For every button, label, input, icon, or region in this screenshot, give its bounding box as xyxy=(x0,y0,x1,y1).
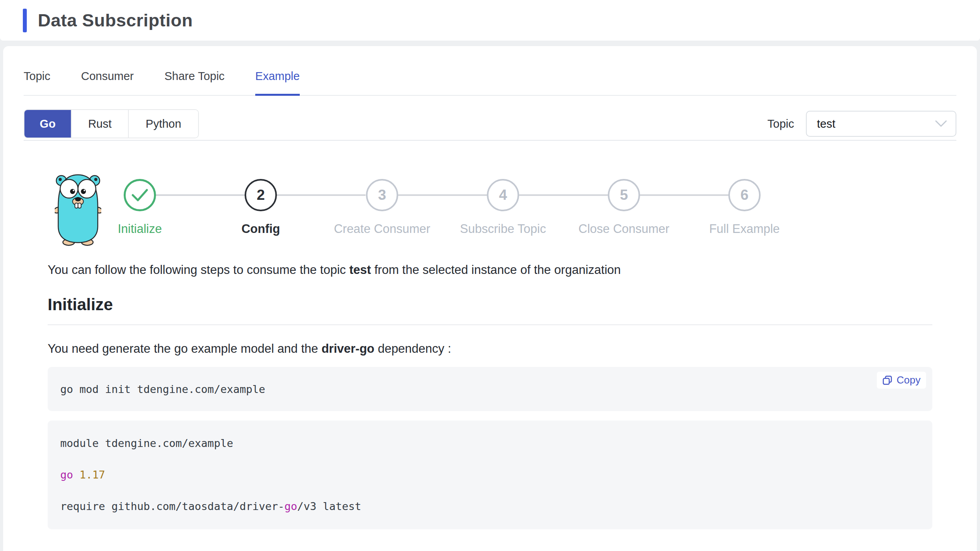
step-connector xyxy=(640,194,729,196)
step-connector xyxy=(156,194,245,196)
step-circle-create-consumer: 3 xyxy=(366,179,398,211)
step-circle-subscribe-topic: 4 xyxy=(487,179,519,211)
step-label-create-consumer: Create Consumer xyxy=(319,222,445,236)
step-connector xyxy=(398,194,487,196)
code-line: go mod init tdengine.com/example xyxy=(60,383,265,395)
chevron-down-icon xyxy=(935,120,947,127)
step-label-initialize: Initialize xyxy=(77,222,203,236)
language-switcher: Go Rust Python xyxy=(24,109,199,138)
check-icon xyxy=(131,188,148,202)
step-label-close-consumer: Close Consumer xyxy=(561,222,687,236)
topic-select[interactable]: test xyxy=(806,111,956,137)
intro-topic-name: test xyxy=(349,263,371,277)
code-keyword: go xyxy=(284,500,297,512)
step-circle-close-consumer: 5 xyxy=(608,179,640,211)
initialize-section-heading: Initialize xyxy=(48,295,932,314)
copy-icon xyxy=(882,375,893,385)
page-header: Data Subscription xyxy=(0,0,980,41)
topic-picker: Topic test xyxy=(767,111,956,137)
example-content: 2 3 4 5 6 Initialize Config Create Consu… xyxy=(24,173,956,551)
language-button-rust[interactable]: Rust xyxy=(72,110,129,138)
tab-consumer[interactable]: Consumer xyxy=(81,70,134,95)
step-label-config: Config xyxy=(198,222,324,236)
code-block-go-mod-init: go mod init tdengine.com/example Copy xyxy=(48,367,932,411)
step-label-full-example: Full Example xyxy=(681,222,807,236)
code-line: require github.com/taosdata/driver-go/v3… xyxy=(60,491,920,522)
code-line: go 1.17 xyxy=(60,459,920,491)
tab-bar: Topic Consumer Share Topic Example xyxy=(24,46,956,96)
code-keyword: go xyxy=(60,469,73,481)
copy-button[interactable]: Copy xyxy=(877,372,926,389)
example-toolbar: Go Rust Python Topic test xyxy=(24,109,956,141)
step-circle-full-example: 6 xyxy=(728,179,761,211)
content-card: Topic Consumer Share Topic Example Go Ru… xyxy=(3,46,977,551)
language-button-python[interactable]: Python xyxy=(129,110,198,138)
section-divider xyxy=(48,324,932,325)
intro-text: You can follow the following steps to co… xyxy=(48,263,932,277)
tab-topic[interactable]: Topic xyxy=(24,70,50,95)
code-block-go-mod-file: module tdengine.com/example go 1.17 requ… xyxy=(48,421,932,529)
initialize-description: You need generate the go example model a… xyxy=(48,342,932,356)
step-circle-initialize xyxy=(124,179,156,211)
page-title: Data Subscription xyxy=(38,10,193,31)
topic-select-label: Topic xyxy=(767,117,794,130)
step-label-subscribe-topic: Subscribe Topic xyxy=(440,222,566,236)
tab-share-topic[interactable]: Share Topic xyxy=(164,70,225,95)
code-line: module tdengine.com/example xyxy=(60,428,920,459)
steps-progress: 2 3 4 5 6 Initialize Config Create Consu… xyxy=(48,173,932,249)
dependency-name: driver-go xyxy=(321,342,374,356)
step-circle-config: 2 xyxy=(245,179,277,211)
tab-example[interactable]: Example xyxy=(255,70,300,96)
topic-select-value: test xyxy=(817,117,835,130)
title-accent-bar xyxy=(23,9,27,32)
step-connector xyxy=(277,194,366,196)
language-button-go[interactable]: Go xyxy=(24,110,72,138)
step-connector xyxy=(519,194,608,196)
copy-button-label: Copy xyxy=(896,374,921,386)
code-number: 1.17 xyxy=(80,469,105,481)
